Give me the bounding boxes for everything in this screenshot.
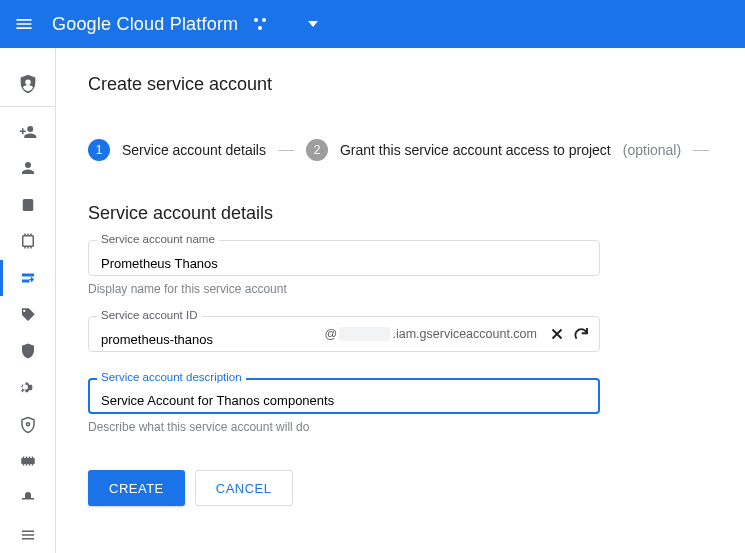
shield-person-icon (17, 73, 39, 95)
service-account-name-field: Service account name (88, 240, 600, 276)
sidebar-item-audit[interactable] (0, 480, 56, 517)
left-sidebar (0, 48, 56, 553)
step-2-label[interactable]: Grant this service account access to pro… (340, 142, 611, 158)
create-button[interactable]: CREATE (88, 470, 185, 506)
project-selector[interactable] (252, 16, 318, 32)
sidebar-item-settings[interactable] (0, 370, 56, 407)
sidebar-item-identity[interactable] (0, 150, 56, 187)
id-input[interactable] (89, 317, 325, 351)
name-label: Service account name (97, 233, 219, 245)
sidebar-item-iam[interactable] (0, 62, 56, 107)
svg-point-2 (258, 26, 262, 30)
id-label: Service account ID (97, 309, 202, 321)
sidebar-item-logs[interactable] (0, 516, 56, 553)
section-heading: Service account details (88, 203, 745, 224)
person-add-icon (19, 123, 37, 141)
step-divider (278, 150, 294, 151)
svg-point-0 (254, 18, 258, 22)
page-title: Create service account (88, 74, 745, 95)
service-account-description-field: Service account description (88, 378, 600, 414)
close-icon (548, 325, 566, 343)
shield-icon (19, 342, 37, 360)
project-icon (252, 16, 268, 32)
step-1-label[interactable]: Service account details (122, 142, 266, 158)
step-divider (693, 150, 709, 151)
svg-rect-6 (21, 458, 35, 464)
sidebar-item-privacy[interactable] (0, 406, 56, 443)
svg-rect-3 (22, 199, 33, 211)
svg-rect-4 (22, 236, 33, 247)
top-header: Google Cloud Platform (0, 0, 745, 48)
description-input[interactable] (88, 378, 600, 414)
action-row: CREATE CANCEL (88, 470, 745, 506)
chip-icon (19, 232, 37, 250)
gear-icon (19, 379, 37, 397)
step-1-badge: 1 (88, 139, 110, 161)
sidebar-item-add-person[interactable] (0, 113, 56, 150)
sidebar-item-policy[interactable] (0, 186, 56, 223)
stepper: 1 Service account details 2 Grant this s… (88, 139, 745, 161)
description-helper: Describe what this service account will … (88, 420, 745, 434)
name-helper: Display name for this service account (88, 282, 745, 296)
hat-icon (19, 489, 37, 507)
menu-icon (14, 14, 34, 34)
svg-point-5 (26, 423, 29, 426)
svg-point-1 (262, 18, 266, 22)
sidebar-item-quotas[interactable] (0, 223, 56, 260)
cancel-button[interactable]: CANCEL (195, 470, 293, 506)
refresh-id-button[interactable] (569, 322, 593, 346)
shield-outline-icon (19, 416, 37, 434)
main-content: Create service account 1 Service account… (56, 48, 745, 553)
step-2-optional: (optional) (623, 142, 681, 158)
keys-icon (19, 452, 37, 470)
sidebar-item-labels[interactable] (0, 296, 56, 333)
id-suffix: @example.iam.gserviceaccount.com (325, 327, 545, 341)
step-2-badge: 2 (306, 139, 328, 161)
person-icon (19, 159, 37, 177)
list-icon (19, 526, 37, 544)
sidebar-item-security[interactable] (0, 333, 56, 370)
hamburger-menu-button[interactable] (12, 12, 36, 36)
brand-label: Google Cloud Platform (52, 14, 238, 35)
sidebar-item-service-accounts[interactable] (0, 260, 56, 297)
chevron-down-icon (308, 21, 318, 27)
service-account-id-field: Service account ID @example.iam.gservice… (88, 316, 600, 352)
service-account-icon (19, 269, 37, 287)
refresh-icon (572, 325, 590, 343)
document-icon (19, 196, 37, 214)
tag-icon (19, 306, 37, 324)
name-input[interactable] (88, 240, 600, 276)
description-label: Service account description (97, 371, 246, 383)
clear-id-button[interactable] (545, 322, 569, 346)
sidebar-item-keys[interactable] (0, 443, 56, 480)
